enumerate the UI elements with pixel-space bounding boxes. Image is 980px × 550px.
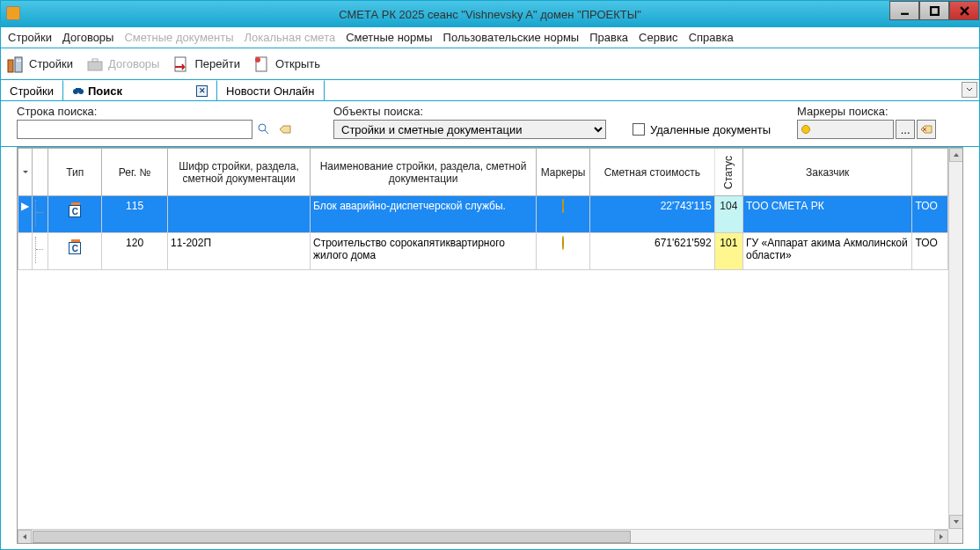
col-code[interactable]: Шифр стройки, раздела, сметной документа… — [168, 149, 311, 196]
menu-polzovatelskie-normy[interactable]: Пользовательские нормы — [443, 31, 580, 44]
svg-rect-4 — [8, 60, 13, 72]
menu-dogovory[interactable]: Договоры — [62, 31, 113, 44]
search-clear-icon[interactable] — [275, 120, 295, 139]
menu-stroyki[interactable]: Стройки — [8, 31, 52, 44]
tab-stroyki[interactable]: Стройки — [1, 80, 63, 100]
open-icon — [252, 55, 272, 74]
menu-servis[interactable]: Сервис — [639, 31, 678, 44]
col-indicator[interactable] — [18, 149, 33, 196]
marker-clear-button[interactable] — [917, 120, 936, 139]
tab-close-button[interactable]: ✕ — [196, 85, 208, 97]
type-icon: С — [69, 205, 81, 217]
cost-cell: 671'621'592 — [589, 233, 714, 270]
code-cell — [168, 196, 311, 233]
toolbar-stroyki-button[interactable]: Стройки — [6, 55, 73, 74]
svg-rect-1 — [931, 7, 939, 15]
grid-wrap: Тип Рег. № Шифр стройки, раздела, сметно… — [1, 147, 979, 549]
tabs-dropdown-button[interactable] — [962, 82, 977, 98]
row-selector-icon[interactable]: ▶ — [18, 196, 33, 233]
deleted-docs-checkbox[interactable] — [633, 123, 645, 136]
table-row[interactable]: С 120 11-202П Строительство сорокапятикв… — [18, 233, 948, 270]
marker-cell — [537, 233, 590, 270]
svg-point-16 — [259, 124, 266, 131]
search-string-label: Строка поиска: — [17, 105, 307, 118]
toolbar-stroyki-label: Стройки — [29, 57, 73, 70]
toolbar-goto-button[interactable]: Перейти — [172, 55, 240, 74]
grid-header-row: Тип Рег. № Шифр стройки, раздела, сметно… — [18, 149, 948, 196]
scroll-thumb[interactable] — [33, 531, 631, 543]
status-cell: 104 — [714, 196, 742, 233]
horizontal-scrollbar[interactable] — [18, 529, 948, 543]
row-selector[interactable] — [18, 233, 33, 270]
tab-poisk-label: Поиск — [88, 84, 122, 98]
tab-stroyki-label: Стройки — [10, 84, 54, 98]
svg-rect-10 — [175, 57, 186, 71]
scroll-up-icon[interactable] — [949, 148, 963, 162]
tabs-row: Стройки Поиск ✕ Новости Онлайн — [1, 80, 979, 101]
minimize-button[interactable] — [889, 1, 919, 20]
grid-body[interactable]: Тип Рег. № Шифр стройки, раздела, сметно… — [18, 148, 962, 543]
maximize-button[interactable] — [919, 1, 949, 20]
tab-novosti[interactable]: Новости Онлайн — [217, 80, 324, 100]
toolbar-dogovory-button: Договоры — [85, 55, 159, 74]
search-objects-label: Объекты поиска: — [333, 105, 606, 118]
marker-dot-icon — [562, 199, 564, 213]
col-tree — [33, 149, 48, 196]
col-reg[interactable]: Рег. № — [102, 149, 168, 196]
svg-rect-9 — [92, 59, 98, 62]
type-cell: С — [48, 196, 102, 233]
table-row[interactable]: ▶ С 115 Блок аварийно-диспетчерской служ… — [18, 196, 948, 233]
close-button[interactable] — [949, 1, 979, 20]
toolbar-open-label: Открыть — [275, 57, 320, 70]
customer-cell: ТОО СМЕТА РК — [743, 196, 912, 233]
menubar: Стройки Договоры Сметные документы Локал… — [1, 27, 979, 48]
cost-cell: 22'743'115 — [589, 196, 714, 233]
marker-display[interactable] — [797, 120, 894, 139]
col-name[interactable]: Наименование стройки, раздела, сметной д… — [311, 149, 537, 196]
search-markers-label: Маркеры поиска: — [797, 105, 936, 118]
name-cell: Блок аварийно-диспетчерской службы. — [311, 196, 537, 233]
search-binocular-icon — [72, 84, 84, 97]
deleted-docs-checkbox-row[interactable]: Удаленные документы — [633, 120, 771, 139]
toolbar-goto-label: Перейти — [194, 57, 240, 70]
name-cell: Строительство сорокапятиквартирного жило… — [311, 233, 537, 270]
marker-browse-button[interactable]: ... — [896, 120, 915, 139]
col-customer[interactable]: Заказчик — [743, 149, 912, 196]
menu-pravka[interactable]: Правка — [589, 31, 628, 44]
window-title: СМЕТА РК 2025 сеанс "Vishnevsky A" домен… — [339, 8, 641, 21]
svg-rect-7 — [19, 60, 21, 62]
app-icon — [6, 6, 20, 20]
menu-smetnye-normy[interactable]: Сметные нормы — [346, 31, 432, 44]
scroll-down-icon[interactable] — [949, 515, 963, 529]
search-submit-icon[interactable] — [254, 120, 274, 139]
vertical-scrollbar[interactable] — [948, 148, 962, 529]
svg-rect-8 — [88, 62, 102, 70]
code-cell: 11-202П — [168, 233, 311, 270]
briefcase-icon — [85, 55, 105, 74]
search-input[interactable] — [17, 120, 252, 139]
menu-smetnye-dokumenty: Сметные документы — [124, 31, 233, 44]
extra-cell: ТОО — [912, 233, 948, 270]
svg-line-17 — [265, 130, 268, 134]
type-cell: С — [48, 233, 102, 270]
menu-spravka[interactable]: Справка — [689, 31, 734, 44]
toolbar: Стройки Договоры Перейти Открыть — [1, 48, 979, 80]
type-icon: С — [69, 242, 81, 254]
col-type[interactable]: Тип — [48, 149, 102, 196]
customer-cell: ГУ «Аппарат акима Акмолинской области» — [743, 233, 912, 270]
svg-rect-5 — [15, 57, 22, 72]
scroll-left-icon[interactable] — [18, 530, 32, 544]
col-extra[interactable] — [912, 149, 948, 196]
col-markers[interactable]: Маркеры — [537, 149, 590, 196]
col-cost[interactable]: Сметная стоимость — [589, 149, 714, 196]
toolbar-open-button[interactable]: Открыть — [252, 55, 320, 74]
svg-rect-15 — [76, 88, 81, 91]
menu-lokalnaya-smeta: Локальная смета — [245, 31, 336, 44]
scroll-right-icon[interactable] — [934, 530, 948, 544]
tab-poisk[interactable]: Поиск ✕ — [63, 80, 217, 100]
marker-dot-icon — [801, 125, 810, 134]
col-status[interactable]: Статус — [714, 149, 742, 196]
reg-cell: 115 — [102, 196, 168, 233]
search-objects-select[interactable]: Стройки и сметные документации — [333, 120, 606, 139]
svg-rect-6 — [17, 60, 18, 62]
